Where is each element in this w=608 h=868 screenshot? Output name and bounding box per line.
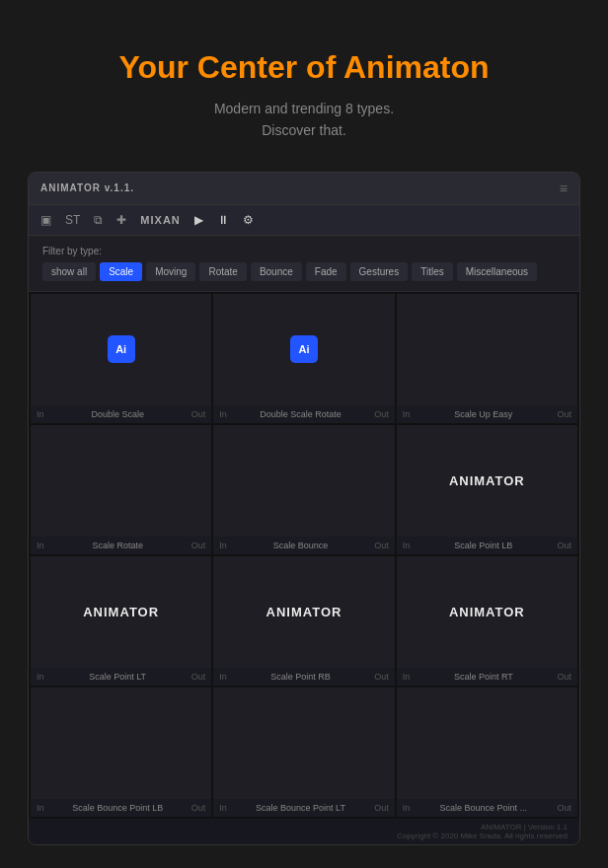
cell-name: Scale Rotate bbox=[92, 541, 143, 550]
cell-in-label: In bbox=[219, 409, 227, 419]
cell-preview bbox=[213, 687, 394, 799]
list-item[interactable]: ANIMATOR In Scale Point LT Out bbox=[31, 556, 211, 686]
footer-line2: Copyright © 2020 Mike Srada. All rights … bbox=[397, 832, 568, 840]
cell-name: Scale Bounce Point ... bbox=[440, 803, 528, 813]
list-item[interactable]: In Scale Bounce Point LB Out bbox=[31, 687, 211, 817]
cell-out-label: Out bbox=[374, 672, 389, 682]
cell-footer: In Scale Point LT Out bbox=[31, 668, 211, 686]
cell-footer: In Scale Point RT Out bbox=[397, 668, 577, 686]
filter-buttons: show all Scale Moving Rotate Bounce Fade… bbox=[42, 262, 566, 281]
filter-btn-all[interactable]: show all bbox=[42, 262, 96, 281]
menu-icon[interactable]: ≡ bbox=[560, 181, 568, 196]
list-item[interactable]: In Scale Bounce Out bbox=[213, 425, 394, 554]
hero-subtitle: Modern and trending 8 types. Discover th… bbox=[118, 98, 489, 142]
cell-preview bbox=[31, 687, 211, 799]
cell-name: Scale Up Easy bbox=[454, 409, 512, 419]
cell-name: Scale Point LT bbox=[89, 672, 146, 682]
cell-out-label: Out bbox=[374, 803, 389, 813]
animator-text: ANIMATOR bbox=[266, 605, 342, 619]
list-item[interactable]: In Scale Up Easy Out bbox=[397, 294, 577, 423]
list-item[interactable]: Ai In Double Scale Rotate Out bbox=[213, 294, 394, 423]
toolbar-layers-icon[interactable]: ⧉ bbox=[94, 213, 103, 227]
cell-in-label: In bbox=[37, 803, 44, 813]
play-button[interactable]: ▶ bbox=[194, 213, 203, 227]
cell-out-label: Out bbox=[191, 409, 206, 419]
cell-name: Scale Bounce bbox=[273, 541, 329, 550]
cell-name: Double Scale Rotate bbox=[260, 409, 342, 419]
cell-name: Scale Point RB bbox=[270, 672, 331, 682]
app-window: ANIMATOR v.1.1. ≡ ▣ ST ⧉ ✚ MIXAN ▶ ⏸ ⚙ F… bbox=[28, 172, 580, 845]
cell-out-label: Out bbox=[557, 409, 571, 419]
filter-label: Filter by type: bbox=[42, 246, 566, 256]
settings-button[interactable]: ⚙ bbox=[243, 213, 254, 227]
cell-in-label: In bbox=[403, 672, 411, 682]
list-item[interactable]: ANIMATOR In Scale Point RB Out bbox=[213, 556, 394, 686]
ai-icon: Ai bbox=[290, 335, 318, 363]
cell-in-label: In bbox=[37, 541, 44, 550]
cell-out-label: Out bbox=[191, 541, 206, 550]
toolbar-grid-icon[interactable]: ▣ bbox=[40, 213, 51, 227]
cell-footer: In Scale Up Easy Out bbox=[397, 405, 577, 423]
footer-text: ANIMATOR | Version 1.1 Copyright © 2020 … bbox=[397, 823, 568, 840]
cell-out-label: Out bbox=[374, 409, 389, 419]
cell-preview: ANIMATOR bbox=[213, 556, 394, 668]
list-item[interactable]: In Scale Bounce Point ... Out bbox=[397, 687, 577, 817]
cell-out-label: Out bbox=[557, 803, 571, 813]
filter-btn-bounce[interactable]: Bounce bbox=[251, 262, 302, 281]
cell-preview bbox=[213, 425, 394, 537]
cell-footer: In Double Scale Out bbox=[31, 405, 211, 423]
toolbar-add-icon[interactable]: ✚ bbox=[116, 213, 126, 227]
animator-text: ANIMATOR bbox=[449, 605, 525, 619]
cell-out-label: Out bbox=[191, 672, 206, 682]
cell-out-label: Out bbox=[557, 541, 571, 550]
toolbar-st-label[interactable]: ST bbox=[65, 213, 80, 227]
cell-in-label: In bbox=[403, 803, 411, 813]
pause-button[interactable]: ⏸ bbox=[217, 213, 229, 227]
filter-btn-titles[interactable]: Titles bbox=[412, 262, 453, 281]
cell-out-label: Out bbox=[557, 672, 571, 682]
ai-icon: Ai bbox=[108, 335, 135, 363]
filter-btn-moving[interactable]: Moving bbox=[146, 262, 195, 281]
cell-in-label: In bbox=[219, 803, 227, 813]
cell-footer: In Scale Bounce Point LT Out bbox=[213, 799, 394, 817]
cell-footer: In Scale Bounce Point LB Out bbox=[31, 799, 211, 817]
cell-preview: ANIMATOR bbox=[397, 425, 577, 537]
cell-name: Scale Point RT bbox=[454, 672, 513, 682]
cell-in-label: In bbox=[219, 541, 227, 550]
cell-footer: In Scale Point LB Out bbox=[397, 537, 577, 554]
filter-btn-rotate[interactable]: Rotate bbox=[199, 262, 246, 281]
mixan-label[interactable]: MIXAN bbox=[140, 214, 180, 226]
app-version-label: ANIMATOR v.1.1. bbox=[40, 182, 134, 193]
list-item[interactable]: In Scale Rotate Out bbox=[31, 425, 211, 554]
filter-bar: Filter by type: show all Scale Moving Ro… bbox=[29, 236, 579, 292]
cell-name: Double Scale bbox=[91, 409, 144, 419]
cell-in-label: In bbox=[37, 672, 44, 682]
list-item[interactable]: In Scale Bounce Point LT Out bbox=[213, 687, 394, 817]
animator-text: ANIMATOR bbox=[83, 605, 159, 619]
filter-btn-misc[interactable]: Miscellaneous bbox=[457, 262, 537, 281]
filter-btn-fade[interactable]: Fade bbox=[306, 262, 346, 281]
hero-section: Your Center of Animaton Modern and trend… bbox=[99, 0, 508, 172]
cell-preview bbox=[397, 687, 577, 799]
cell-preview: Ai bbox=[31, 294, 211, 405]
cell-preview bbox=[397, 294, 577, 405]
cell-name: Scale Point LB bbox=[454, 541, 512, 550]
cell-footer: In Scale Point RB Out bbox=[213, 668, 394, 686]
hero-title: Your Center of Animaton bbox=[118, 49, 489, 86]
cell-out-label: Out bbox=[191, 803, 206, 813]
cell-footer: In Scale Bounce Point ... Out bbox=[397, 799, 577, 817]
app-footer: ANIMATOR | Version 1.1 Copyright © 2020 … bbox=[29, 819, 579, 844]
filter-btn-gestures[interactable]: Gestures bbox=[350, 262, 409, 281]
list-item[interactable]: Ai In Double Scale Out bbox=[31, 294, 211, 423]
cell-footer: In Scale Bounce Out bbox=[213, 537, 394, 554]
filter-btn-scale[interactable]: Scale bbox=[100, 262, 142, 281]
cell-footer: In Double Scale Rotate Out bbox=[213, 405, 394, 423]
list-item[interactable]: ANIMATOR In Scale Point RT Out bbox=[397, 556, 577, 686]
title-bar: ANIMATOR v.1.1. ≡ bbox=[29, 173, 579, 205]
cell-preview bbox=[31, 425, 211, 537]
cell-in-label: In bbox=[403, 541, 411, 550]
list-item[interactable]: ANIMATOR In Scale Point LB Out bbox=[397, 425, 577, 554]
animator-text: ANIMATOR bbox=[449, 473, 525, 488]
footer-line1: ANIMATOR | Version 1.1 bbox=[397, 823, 568, 832]
cell-preview: ANIMATOR bbox=[397, 556, 577, 668]
